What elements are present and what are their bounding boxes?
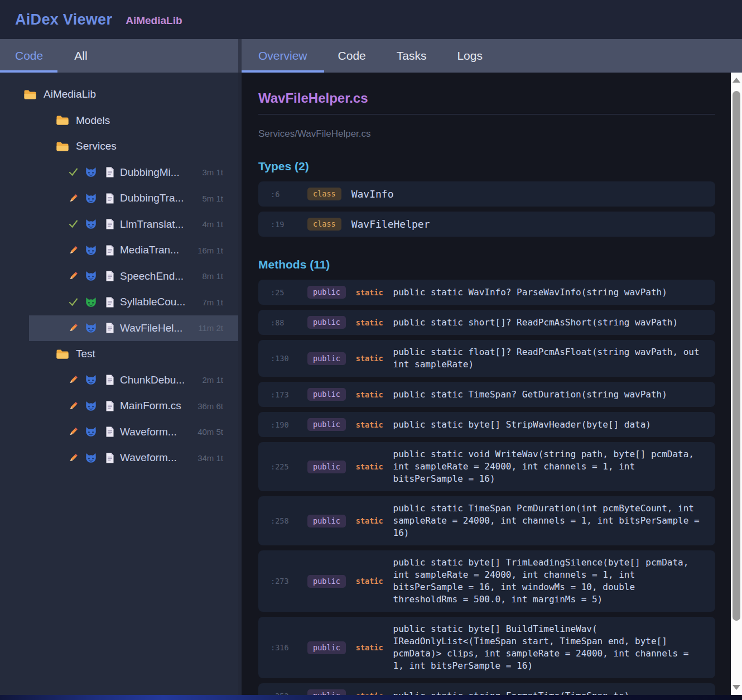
method-row[interactable]: :173 public static public static TimeSpa… (258, 382, 715, 407)
tree-item[interactable]: Waveform... 40m 5t (0, 419, 238, 445)
cat-icon (85, 426, 97, 437)
type-row[interactable]: :6 class WavInfo (258, 181, 715, 207)
cat-icon (85, 219, 97, 229)
line-number: :225 (271, 462, 298, 471)
tree-item[interactable]: LlmTranslat... 4m 1t (0, 212, 238, 238)
tree-item[interactable]: Models (0, 108, 238, 134)
method-row[interactable]: :190 public static public static byte[] … (258, 412, 715, 437)
method-row[interactable]: :352 public static public static string … (258, 683, 715, 695)
tree-item[interactable]: DubbingMi... 3m 1t (0, 160, 238, 186)
pencil-icon (68, 193, 79, 204)
scrollbar-thumb[interactable] (733, 91, 740, 621)
panel-tab[interactable]: Overview (258, 49, 307, 63)
static-modifier: static (356, 516, 383, 525)
line-number: :130 (271, 354, 298, 363)
tree-item[interactable]: SyllableCou... 7m 1t (0, 289, 238, 315)
line-number: :273 (271, 577, 298, 586)
method-row[interactable]: :316 public static public static byte[] … (258, 617, 715, 678)
methods-list: :25 public static public static WavInfo?… (258, 280, 715, 695)
visibility-badge: public (307, 689, 346, 695)
method-signature: public static WavInfo? ParseWavInfo(stri… (393, 286, 703, 299)
check-icon (68, 219, 79, 229)
pencil-icon (68, 426, 79, 437)
document-icon (105, 452, 115, 464)
tree-item-age: 2m 1t (202, 375, 223, 385)
desktop-edge-strip (0, 695, 742, 700)
overview-panel: WavFileHelper.cs Services/WavFileHelper.… (242, 73, 731, 695)
cat-icon (85, 167, 97, 178)
method-row[interactable]: :130 public static public static float[]… (258, 340, 715, 377)
sidebar-tab[interactable]: All (74, 49, 87, 63)
line-number: :19 (271, 220, 298, 229)
scroll-down-arrow-icon[interactable] (733, 685, 740, 690)
static-modifier: static (356, 390, 383, 399)
visibility-badge: public (307, 316, 346, 329)
tree-item-age: 8m 1t (202, 271, 223, 281)
tree-item-age: 16m 1t (197, 246, 223, 255)
tree-item-age: 36m 6t (197, 401, 223, 411)
document-icon (105, 193, 115, 204)
line-number: :88 (271, 318, 298, 327)
vertical-scrollbar[interactable] (731, 73, 742, 695)
tree-item-label: Test (76, 348, 95, 360)
static-modifier: static (356, 420, 383, 429)
static-modifier: static (356, 462, 383, 471)
folder-icon (56, 115, 69, 126)
tree-item[interactable]: DubbingTra... 5m 1t (0, 185, 238, 212)
check-icon (68, 297, 79, 308)
tree-item[interactable]: SpeechEnd... 8m 1t (0, 263, 238, 290)
cat-icon (85, 401, 97, 411)
type-name: WavFileHelper (351, 218, 430, 230)
method-signature: public static byte[] StripWavHeader(byte… (393, 419, 703, 431)
tree-item-label: Services (76, 140, 117, 152)
tree-item-label: AiMediaLib (44, 88, 96, 100)
tree-item[interactable]: MediaTran... 16m 1t (0, 237, 238, 263)
method-signature: public static void WriteWav(string path,… (393, 448, 703, 485)
panel-tab-bar: Overview Code Tasks Logs (242, 39, 742, 73)
tree-item[interactable]: Services (0, 133, 238, 160)
visibility-badge: public (307, 418, 346, 431)
tree-item-label: Waveform... (120, 426, 177, 438)
method-signature: public static string FormatTime(TimeSpan… (393, 690, 703, 696)
tree-item[interactable]: WavFileHel... 11m 2t (0, 315, 238, 342)
type-row[interactable]: :19 class WavFileHelper (258, 212, 715, 237)
method-row[interactable]: :225 public static public static void Wr… (258, 442, 715, 491)
method-row[interactable]: :88 public static public static short[]?… (258, 310, 715, 335)
method-signature: public static float[]? ReadPcmAsFloat(st… (393, 346, 703, 371)
app-header: AiDex Viewer AiMediaLib (0, 0, 742, 39)
document-icon (105, 426, 115, 438)
pencil-icon (68, 245, 79, 256)
static-modifier: static (356, 354, 383, 363)
document-icon (105, 244, 115, 256)
panel-tab[interactable]: Logs (457, 49, 483, 63)
panel-tab[interactable]: Tasks (397, 49, 427, 63)
cat-icon (85, 193, 97, 204)
method-signature: public static byte[] TrimLeadingSilence(… (393, 557, 703, 606)
document-icon (105, 400, 115, 412)
method-row[interactable]: :25 public static public static WavInfo?… (258, 280, 715, 305)
type-kind-badge: class (307, 188, 341, 200)
tree-item[interactable]: Waveform... 34m 1t (0, 445, 238, 471)
tree-item[interactable]: Test (0, 341, 238, 367)
pencil-icon (68, 401, 79, 411)
tree-item[interactable]: MainForm.cs 36m 6t (0, 393, 238, 419)
visibility-badge: public (307, 461, 346, 473)
visibility-badge: public (307, 641, 346, 654)
tree-item[interactable]: AiMediaLib (0, 81, 238, 108)
type-kind-badge: class (307, 218, 341, 231)
tree-item[interactable]: ChunkDebu... 2m 1t (0, 367, 238, 394)
method-row[interactable]: :258 public static public static TimeSpa… (258, 496, 715, 545)
line-number: :173 (271, 390, 298, 399)
method-signature: public static TimeSpan PcmDuration(int p… (393, 502, 703, 539)
visibility-badge: public (307, 515, 346, 528)
panel-tab[interactable]: Code (338, 49, 366, 63)
check-icon (68, 167, 79, 178)
method-signature: public static byte[] BuildTimelineWav( I… (393, 623, 703, 672)
pencil-icon (68, 453, 79, 463)
types-list: :6 class WavInfo :19 class WavFileHelper (258, 181, 715, 237)
sidebar-tab[interactable]: Code (15, 49, 43, 63)
scroll-up-arrow-icon[interactable] (733, 78, 740, 83)
document-icon (105, 218, 115, 230)
line-number: :6 (271, 190, 298, 199)
method-row[interactable]: :273 public static public static byte[] … (258, 550, 715, 612)
